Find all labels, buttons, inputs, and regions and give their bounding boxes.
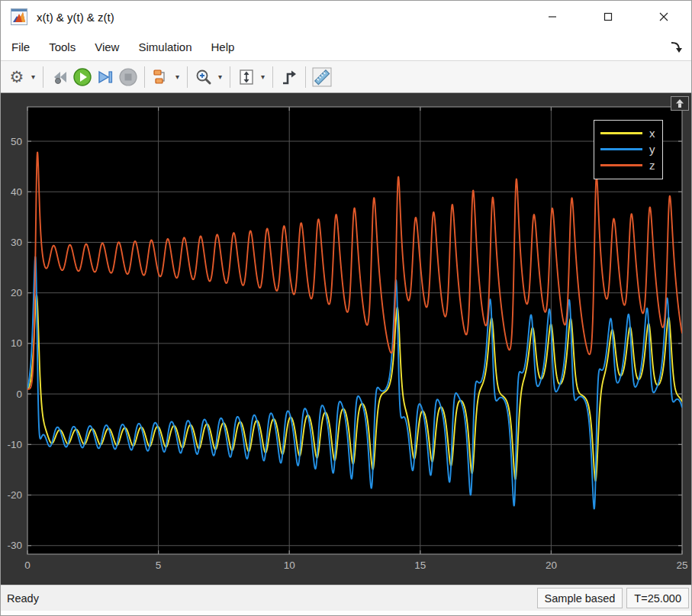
trigger-button[interactable] — [278, 65, 301, 89]
simulink-blocks-icon — [152, 68, 170, 86]
svg-text:40: 40 — [11, 186, 22, 198]
window-title: x(t) & y(t) & z(t) — [37, 11, 114, 24]
toolbar-separator — [305, 66, 306, 88]
dock-arrow-icon[interactable] — [668, 39, 684, 54]
menu-file[interactable]: File — [3, 36, 38, 58]
scope-canvas: -30-20-10010203040500510152025 x y z — [1, 93, 692, 585]
settings-gear-button[interactable]: ⚙ — [5, 65, 28, 89]
legend-label-y: y — [649, 143, 655, 156]
fit-to-view-dropdown-button[interactable]: ▾ — [258, 65, 268, 89]
settings-dropdown-button[interactable]: ▾ — [28, 65, 38, 89]
play-icon — [72, 67, 92, 87]
chevron-down-icon: ▾ — [175, 73, 179, 81]
svg-text:-10: -10 — [7, 439, 22, 450]
status-right-group: Sample based T=25.000 — [537, 588, 689, 608]
legend[interactable]: x y z — [594, 120, 663, 179]
matlab-icon — [11, 8, 27, 25]
stop-icon — [118, 67, 138, 87]
sample-mode-badge: Sample based — [537, 588, 623, 608]
legend-line-z — [600, 164, 642, 166]
menu-simulation[interactable]: Simulation — [130, 36, 200, 58]
svg-text:-30: -30 — [7, 540, 22, 551]
svg-text:5: 5 — [156, 560, 162, 571]
simulink-blocks-dropdown-button[interactable]: ▾ — [172, 65, 182, 89]
simulink-blocks-button[interactable] — [150, 65, 172, 89]
toolbar: ⚙ ▾ — [1, 61, 691, 93]
signal-plot: -30-20-10010203040500510152025 — [1, 93, 692, 585]
svg-text:-20: -20 — [7, 489, 22, 501]
svg-text:20: 20 — [546, 560, 557, 571]
svg-text:20: 20 — [11, 287, 22, 298]
legend-row-z: z — [600, 157, 656, 173]
window-bottom-edge — [1, 611, 691, 616]
menu-tools[interactable]: Tools — [40, 36, 84, 58]
simulation-time-badge: T=25.000 — [626, 588, 689, 608]
stop-button — [117, 65, 140, 89]
toolbar-separator — [144, 66, 145, 88]
svg-text:50: 50 — [11, 136, 22, 147]
svg-text:0: 0 — [24, 560, 31, 571]
step-forward-button[interactable] — [94, 65, 117, 89]
close-button[interactable] — [636, 1, 691, 33]
toolbar-separator — [187, 66, 188, 88]
step-forward-icon — [95, 67, 115, 87]
chevron-down-icon: ▾ — [31, 73, 35, 81]
run-button[interactable] — [71, 65, 94, 89]
scope-window: x(t) & y(t) & z(t) File Tools View Simul… — [0, 0, 692, 616]
legend-row-y: y — [600, 141, 656, 157]
maximize-button[interactable] — [580, 1, 636, 33]
step-back-icon — [50, 68, 69, 86]
svg-text:10: 10 — [284, 560, 295, 571]
gear-icon: ⚙ — [10, 69, 24, 85]
menu-view[interactable]: View — [86, 36, 127, 58]
ruler-icon — [312, 67, 332, 87]
step-back-button[interactable] — [48, 65, 71, 89]
arrow-up-icon — [674, 98, 685, 108]
legend-label-z: z — [649, 159, 655, 172]
trigger-icon — [280, 68, 298, 86]
svg-text:10: 10 — [11, 337, 22, 349]
zoom-dropdown-button[interactable]: ▾ — [215, 65, 225, 89]
toolbar-separator — [272, 66, 273, 88]
chevron-down-icon: ▾ — [261, 73, 265, 81]
zoom-in-icon — [195, 68, 213, 86]
svg-text:15: 15 — [414, 560, 426, 571]
svg-text:0: 0 — [16, 389, 22, 400]
minimize-button[interactable] — [524, 1, 580, 33]
zoom-button[interactable] — [192, 65, 215, 89]
measurements-button[interactable] — [311, 65, 333, 89]
legend-line-x — [600, 132, 642, 134]
menu-bar: File Tools View Simulation Help — [1, 33, 691, 61]
legend-line-y — [600, 148, 642, 150]
status-text: Ready — [7, 592, 39, 605]
title-bar: x(t) & y(t) & z(t) — [1, 1, 691, 33]
menu-help[interactable]: Help — [203, 36, 243, 58]
svg-text:25: 25 — [676, 560, 687, 571]
fit-to-view-icon — [237, 68, 256, 86]
status-bar: Ready Sample based T=25.000 — [1, 585, 691, 611]
chevron-down-icon: ▾ — [218, 73, 222, 81]
window-controls — [524, 1, 691, 33]
collapse-panel-button[interactable] — [671, 96, 689, 111]
svg-text:30: 30 — [11, 237, 22, 248]
legend-row-x: x — [600, 125, 656, 141]
toolbar-separator — [230, 66, 230, 88]
fit-to-view-button[interactable] — [235, 65, 258, 89]
toolbar-separator — [43, 66, 43, 88]
legend-label-x: x — [649, 127, 655, 140]
